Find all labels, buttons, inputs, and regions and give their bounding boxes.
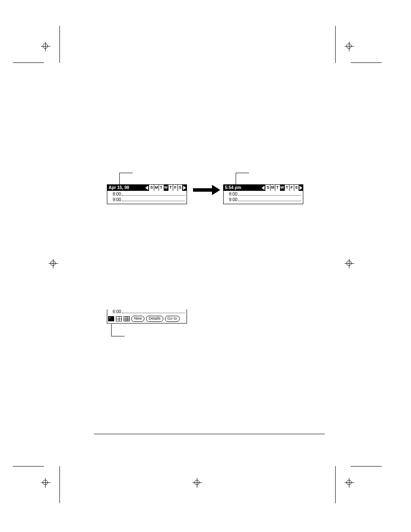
month-view-button[interactable]: [124, 316, 130, 321]
entry-line[interactable]: [238, 192, 301, 196]
day-letter[interactable]: T: [168, 185, 173, 191]
svg-rect-2: [193, 188, 212, 192]
callout-line: [119, 173, 133, 185]
prev-week-arrow-icon[interactable]: [145, 185, 149, 191]
day-letter[interactable]: S: [265, 185, 270, 191]
next-week-arrow-icon[interactable]: [299, 185, 303, 191]
registration-mark-icon: [49, 259, 58, 268]
entry-line[interactable]: [122, 192, 185, 196]
day-letter[interactable]: T: [159, 185, 163, 191]
day-letter[interactable]: M: [270, 185, 275, 191]
datebook-toolbar: 6:00 New Details Go to: [107, 309, 187, 324]
datebook-header-after: 5:54 pm SMTWTFS 8:009:00: [223, 184, 303, 204]
time-title[interactable]: 5:54 pm: [224, 185, 243, 191]
registration-mark-icon: [193, 478, 202, 488]
time-label: 8:00: [225, 192, 238, 196]
transition-arrow-icon: [193, 184, 221, 196]
time-row[interactable]: 9:00: [224, 197, 303, 203]
footer-rule: [94, 434, 325, 434]
svg-marker-0: [145, 186, 148, 190]
day-letter[interactable]: W: [280, 185, 284, 191]
day-letter[interactable]: S: [294, 185, 299, 191]
day-letter[interactable]: W: [163, 185, 168, 191]
time-row[interactable]: 8:00: [107, 192, 187, 197]
time-label: 6:00: [109, 309, 122, 314]
day-letter[interactable]: T: [284, 185, 289, 191]
entry-line[interactable]: [238, 197, 301, 201]
time-row[interactable]: 6:00: [107, 309, 187, 315]
goto-button[interactable]: Go to: [165, 316, 180, 322]
registration-mark-icon: [41, 42, 50, 51]
svg-marker-5: [299, 186, 302, 190]
callout-line: [111, 324, 125, 336]
time-label: 9:00: [225, 197, 238, 202]
day-view-button[interactable]: [108, 316, 114, 321]
entry-line[interactable]: [122, 197, 185, 201]
day-letter[interactable]: S: [149, 185, 154, 191]
svg-marker-4: [262, 186, 265, 190]
registration-mark-icon: [345, 42, 354, 51]
day-letter[interactable]: T: [275, 185, 280, 191]
day-letter[interactable]: S: [177, 185, 182, 191]
prev-week-arrow-icon[interactable]: [261, 185, 265, 191]
svg-marker-3: [212, 185, 220, 195]
date-title[interactable]: Apr 15, 98: [107, 185, 131, 191]
details-button[interactable]: Details: [146, 316, 163, 322]
entry-line[interactable]: [122, 309, 185, 313]
day-letter[interactable]: F: [289, 185, 294, 191]
time-label: 8:00: [109, 192, 122, 196]
time-label: 9:00: [109, 197, 122, 202]
registration-mark-icon: [345, 478, 354, 488]
time-row[interactable]: 9:00: [107, 197, 187, 203]
registration-mark-icon: [41, 478, 50, 488]
svg-marker-1: [183, 186, 186, 190]
new-button[interactable]: New: [131, 316, 144, 322]
next-week-arrow-icon[interactable]: [182, 185, 187, 191]
registration-mark-icon: [345, 259, 354, 268]
callout-line: [236, 173, 249, 185]
day-letter[interactable]: F: [173, 185, 177, 191]
day-letter[interactable]: M: [154, 185, 159, 191]
time-row[interactable]: 8:00: [224, 192, 303, 197]
datebook-header-before: Apr 15, 98 SMTWTFS 8:009:00: [107, 184, 187, 204]
week-view-button[interactable]: [116, 316, 122, 321]
